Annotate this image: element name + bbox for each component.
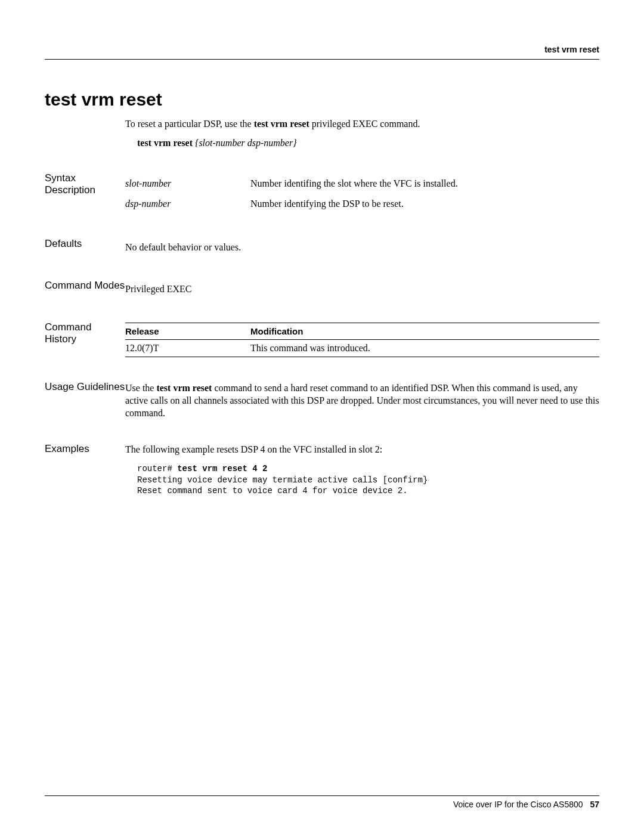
intro-suffix: privileged EXEC command.	[309, 119, 420, 129]
usage-cmd: test vrm reset	[156, 383, 212, 393]
syntax-description-heading: Syntax Description	[45, 172, 125, 196]
param-cell: dsp-number	[125, 194, 250, 214]
table-header-row: Release Modification	[125, 323, 599, 340]
footer: Voice over IP for the Cisco AS5800 57	[45, 795, 599, 809]
usage-guidelines-heading: Usage Guidelines	[45, 381, 125, 393]
syntax-line: test vrm reset {slot-number dsp-number}	[137, 138, 599, 148]
code-prompt: router#	[137, 464, 177, 473]
intro-prefix: To reset a particular DSP, use the	[125, 119, 254, 129]
desc-cell: Number identifying the DSP to be reset.	[250, 194, 599, 214]
usage-guidelines-text: Use the test vrm reset command to send a…	[125, 382, 599, 419]
syntax-cmd: test vrm reset	[137, 138, 193, 148]
syntax-description-table: slot-number Number identifing the slot w…	[125, 174, 599, 214]
table-row: 12.0(7)T This command was introduced.	[125, 340, 599, 357]
command-modes-text: Privileged EXEC	[125, 284, 599, 295]
page-title: test vrm reset	[45, 89, 599, 110]
code-output: Resetting voice device may termiate acti…	[137, 475, 428, 496]
defaults-text: No default behavior or values.	[125, 242, 599, 253]
intro-text: To reset a particular DSP, use the test …	[125, 119, 599, 129]
examples-heading: Examples	[45, 443, 125, 455]
usage-prefix: Use the	[125, 383, 156, 393]
footer-page-number: 57	[590, 800, 599, 809]
release-header: Release	[125, 323, 250, 340]
param-cell: slot-number	[125, 174, 250, 194]
intro-cmd: test vrm reset	[254, 119, 309, 129]
table-row: slot-number Number identifing the slot w…	[125, 174, 599, 194]
command-history-table: Release Modification 12.0(7)T This comma…	[125, 323, 599, 357]
header-command-label: test vrm reset	[45, 45, 599, 60]
modification-cell: This command was introduced.	[250, 340, 599, 357]
syntax-args: {slot-number dsp-number}	[193, 138, 297, 148]
example-intro: The following example resets DSP 4 on th…	[125, 444, 599, 455]
defaults-heading: Defaults	[45, 238, 125, 250]
table-row: dsp-number Number identifying the DSP to…	[125, 194, 599, 214]
release-cell: 12.0(7)T	[125, 340, 250, 357]
footer-doc-title: Voice over IP for the Cisco AS5800	[453, 800, 583, 809]
modification-header: Modification	[250, 323, 599, 340]
desc-cell: Number identifing the slot where the VFC…	[250, 174, 599, 194]
code-block: router# test vrm reset 4 2 Resetting voi…	[137, 463, 599, 496]
command-modes-heading: Command Modes	[45, 280, 125, 292]
code-cmd: test vrm reset 4 2	[177, 464, 267, 473]
command-history-heading: Command History	[45, 321, 125, 345]
